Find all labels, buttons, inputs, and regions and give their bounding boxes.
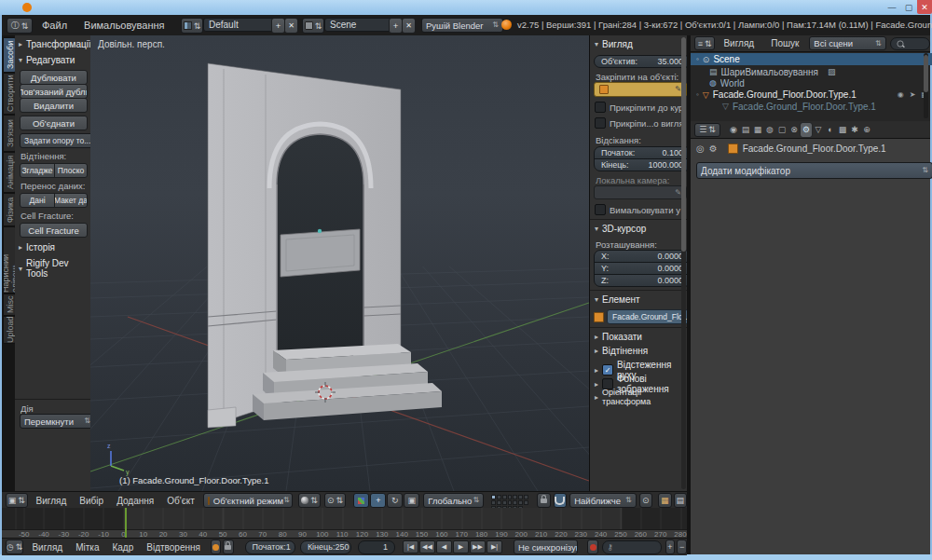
outliner-row-renderlayers[interactable]: ▤ ШариВимальовування ▨	[691, 66, 932, 77]
properties-tab[interactable]: ⊗	[788, 123, 800, 137]
render-engine-select[interactable]: Рушій Blender ⇅	[421, 18, 503, 33]
layer-toggle[interactable]	[518, 500, 523, 505]
editor-type-properties-button[interactable]: ☰ ⇅	[694, 123, 720, 137]
lock-camera-row[interactable]: Прикріпи...о вигляду	[595, 117, 684, 129]
frame-lock-toggle[interactable]	[223, 540, 233, 554]
outliner-row-object-data[interactable]: ▽ Facade.Ground_Floor.Door.Type.1	[691, 101, 932, 112]
layer-toggle[interactable]	[508, 500, 513, 505]
manipulator-toggle[interactable]	[353, 493, 369, 508]
scene-lock-toggle[interactable]	[537, 493, 550, 508]
properties-tab[interactable]: ⚙	[801, 123, 812, 137]
lens-slider[interactable]: Об'єктив: 35.000	[594, 55, 691, 68]
layer-toggle[interactable]	[508, 495, 513, 499]
disclosure-icon[interactable]: ◦	[696, 90, 699, 99]
cursor-y-slider[interactable]: Y: 0.0000	[594, 262, 691, 275]
outliner-row-world[interactable]: ◍ World	[691, 77, 932, 89]
keying-set-field[interactable]: ⚷	[602, 540, 662, 554]
scene-name-field[interactable]: Scene	[324, 18, 397, 32]
layer-toggle[interactable]	[491, 500, 496, 505]
layer-toggle[interactable]	[502, 495, 507, 499]
clip-end-slider[interactable]: Кінець: 1000.000	[594, 158, 691, 171]
disclosure-icon[interactable]: ◦	[696, 55, 699, 63]
transfer-data-button[interactable]: Дані	[20, 193, 55, 208]
lock-camera-checkbox[interactable]	[595, 117, 606, 129]
timeline-menu-item[interactable]: Відтворення	[140, 542, 207, 553]
layer-toggle[interactable]	[524, 495, 528, 499]
window-titlebar[interactable]: — ▢ ✕	[0, 0, 932, 15]
layer-toggle[interactable]	[513, 495, 517, 499]
lock-object-field[interactable]: ✎	[594, 82, 687, 97]
layer-toggle[interactable]	[491, 495, 496, 499]
outliner-row-object[interactable]: ◦ ▽ Facade.Ground_Floor.Door.Type.1 ◉ ➤ …	[691, 89, 932, 101]
scrollbar-thumb[interactable]	[681, 37, 686, 252]
auto-keyframe-toggle[interactable]	[587, 540, 597, 554]
local-camera-field[interactable]: ✎	[594, 185, 687, 199]
outliner-scrollbar[interactable]	[924, 53, 928, 118]
playback-button[interactable]: ▶	[453, 540, 469, 553]
playback-button[interactable]: ◀	[436, 540, 452, 553]
set-origin-menu[interactable]: Задати опору то... ⇅	[20, 133, 95, 148]
editor-type-timeline-button[interactable]: ◷ ⇅	[6, 540, 23, 554]
view3d-menu-item[interactable]: Вигляд	[30, 496, 74, 506]
panel-header-view[interactable]: ▾ Вигляд	[595, 39, 633, 49]
top-menu-item[interactable]: Вимальовування	[75, 20, 172, 31]
manipulator-scale-button[interactable]: ▣	[404, 493, 419, 508]
layer-toggle[interactable]	[497, 495, 501, 499]
redo-operator-select[interactable]: Перемкнути ⇅	[20, 414, 95, 429]
snap-toggle[interactable]	[554, 493, 567, 508]
playhead[interactable]	[125, 508, 127, 538]
scene-add-button[interactable]: +	[389, 18, 403, 34]
outliner-search-field[interactable]	[890, 37, 930, 50]
preview-range-toggle[interactable]	[211, 540, 221, 554]
pivot-select[interactable]: ⊙ ⇅	[324, 493, 347, 508]
playback-button[interactable]: ▶▶	[470, 540, 486, 553]
maximize-button[interactable]: ▢	[902, 1, 915, 13]
npanel-scrollbar[interactable]	[681, 37, 686, 489]
minimize-button[interactable]: —	[885, 1, 898, 13]
properties-tab[interactable]: ▢	[776, 123, 788, 137]
panel-header-3d-cursor[interactable]: ▾ 3D-курсор	[595, 224, 646, 234]
view3d-menu-item[interactable]: Об'єкт	[160, 496, 201, 506]
eyedropper-icon[interactable]: ✎	[675, 86, 681, 93]
properties-tab[interactable]: ◍	[764, 123, 775, 137]
transfer-data-layout-button[interactable]: Макет да	[54, 193, 88, 208]
playback-button[interactable]: ◀◀	[419, 540, 435, 553]
outliner-filter-select[interactable]: Всі сцени ⇅	[809, 36, 885, 50]
item-name-field[interactable]: Facade.Ground_Flo...	[607, 309, 689, 324]
cell-fracture-button[interactable]: Cell Fracture	[20, 223, 88, 238]
cursor-x-slider[interactable]: X: 0.0000	[594, 250, 691, 263]
panel-header-edit[interactable]: ▾ Редагувати	[19, 55, 75, 65]
editor-type-view3d-button[interactable]: ▣ ⇅	[6, 493, 28, 508]
manipulator-translate-button[interactable]: +	[370, 493, 386, 508]
timeline-tracks[interactable]: -50-40-30-20-100102030405060708090100110…	[2, 508, 687, 538]
cursor-z-slider[interactable]: Z: 0.0000	[594, 274, 691, 287]
shading-select[interactable]: ⇅	[298, 493, 321, 508]
timeline-ruler[interactable]: -50-40-30-20-100102030405060708090100110…	[2, 529, 687, 538]
top-menu-item[interactable]: Файл	[34, 20, 75, 31]
delete-keyframe-button[interactable]: −	[677, 540, 687, 554]
properties-tab[interactable]: ✱	[849, 123, 860, 137]
shade-flat-button[interactable]: Плоско	[54, 163, 88, 178]
layout-delete-button[interactable]: ✕	[284, 18, 298, 34]
render-border-checkbox[interactable]	[595, 204, 606, 215]
insert-keyframe-button[interactable]: +	[665, 540, 676, 554]
properties-tab[interactable]: ▩	[837, 123, 848, 137]
layer-toggle[interactable]	[513, 500, 517, 505]
close-button[interactable]: ✕	[917, 0, 932, 14]
visibility-eye-icon[interactable]: ◉	[898, 90, 904, 99]
clip-start-slider[interactable]: Початок: 0.100	[594, 146, 691, 159]
playback-button[interactable]: |◀	[403, 540, 418, 553]
timeline-menu-item[interactable]: Вигляд	[25, 542, 69, 553]
properties-tab[interactable]: ▦	[752, 123, 763, 137]
playback-button[interactable]: ▶|	[487, 540, 502, 553]
pin-icon[interactable]: ◎	[696, 143, 705, 154]
current-frame-field[interactable]: 1	[358, 540, 395, 554]
outliner-row-scene[interactable]: ◦ ⊙ Scene	[691, 53, 932, 65]
layer-toggle[interactable]	[518, 495, 523, 499]
eyedropper-icon[interactable]: ✎	[675, 189, 681, 197]
mode-select[interactable]: Об'єктний режим ⇅	[203, 493, 293, 508]
selectability-arrow-icon[interactable]: ➤	[910, 90, 916, 99]
sync-select[interactable]: Не синхронізувати ⇅	[514, 540, 578, 554]
view3d-menu-item[interactable]: Вибір	[73, 496, 110, 506]
shade-smooth-button[interactable]: Згладже	[20, 163, 55, 178]
